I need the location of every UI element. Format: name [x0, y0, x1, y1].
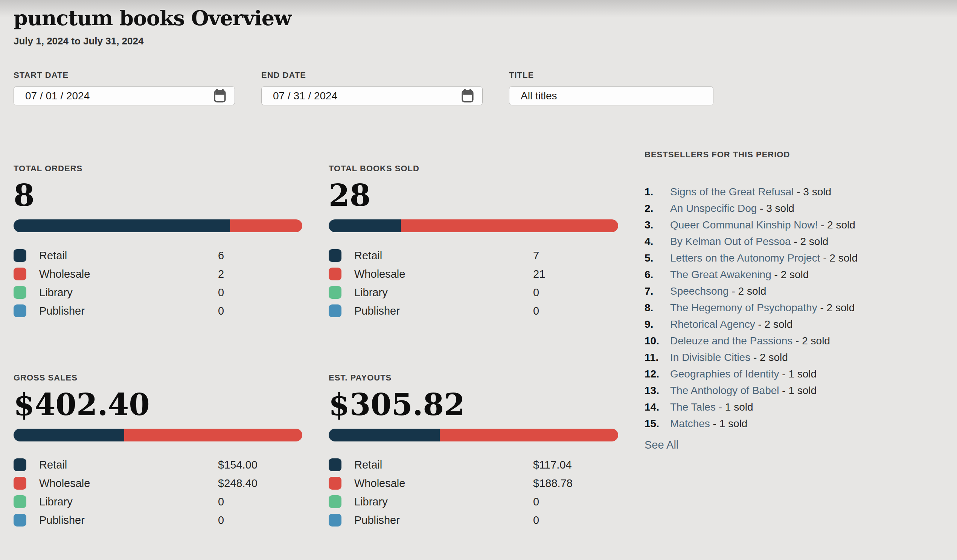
bestseller-text: The Great Awakening - 2 sold — [670, 267, 809, 283]
bestseller-title-link[interactable]: An Unspecific Dog — [670, 202, 757, 214]
start-date-label: START DATE — [14, 70, 235, 80]
legend-value: 0 — [218, 305, 224, 317]
stat-card-gross-sales: GROSS SALES$402.40Retail$154.00Wholesale… — [14, 359, 302, 532]
bestseller-rank: 14. — [644, 399, 670, 415]
bestseller-title-link[interactable]: Rhetorical Agency — [670, 319, 755, 330]
legend-row: Wholesale$248.40 — [14, 477, 302, 490]
bestseller-title-link[interactable]: By Kelman Out of Pessoa — [670, 236, 791, 247]
bestseller-text: Queer Communal Kinship Now! - 2 sold — [670, 217, 855, 233]
legend-label: Retail — [354, 249, 382, 262]
bestseller-rank: 9. — [644, 316, 670, 333]
stat-breakdown-bar — [328, 429, 618, 442]
legend-value: $248.40 — [218, 477, 257, 490]
stat-value: $402.40 — [14, 389, 302, 420]
legend-swatch-library — [14, 495, 26, 508]
legend-swatch-publisher — [14, 304, 26, 317]
legend-label: Wholesale — [39, 268, 90, 280]
see-all-link[interactable]: See All — [644, 439, 678, 451]
legend-row: Publisher0 — [14, 514, 302, 527]
bestseller-text: Matches - 1 sold — [670, 415, 747, 432]
bestseller-item: 10.Deleuze and the Passions - 2 sold — [644, 333, 944, 349]
bestseller-title-link[interactable]: Queer Communal Kinship Now! — [670, 219, 818, 231]
bar-segment-wholesale — [440, 429, 618, 442]
stat-value: 8 — [14, 180, 302, 211]
legend-label: Retail — [39, 459, 67, 471]
stat-value: 28 — [328, 180, 618, 211]
bestseller-sold-count: - 1 sold — [779, 385, 817, 396]
bestseller-title-link[interactable]: Letters on the Autonomy Project — [670, 252, 820, 264]
bestseller-title-link[interactable]: Deleuze and the Passions — [670, 335, 793, 347]
calendar-icon[interactable] — [461, 89, 474, 103]
legend-swatch-library — [328, 495, 341, 508]
bestseller-item: 6.The Great Awakening - 2 sold — [644, 267, 944, 283]
legend-label: Publisher — [39, 514, 85, 527]
legend-label: Publisher — [354, 514, 400, 527]
bestseller-title-link[interactable]: Matches — [670, 418, 710, 429]
legend-row: Library0 — [14, 495, 302, 508]
bestseller-rank: 6. — [644, 267, 670, 283]
stat-breakdown-bar — [328, 219, 618, 232]
bestseller-title-link[interactable]: The Tales — [670, 401, 716, 413]
legend-row: Retail6 — [14, 249, 302, 262]
legend-row: Retail$117.04 — [328, 458, 618, 471]
bestseller-text: An Unspecific Dog - 3 sold — [670, 200, 794, 217]
bar-segment-wholesale — [401, 219, 618, 232]
stat-legend: Retail6Wholesale2Library0Publisher0 — [14, 249, 302, 317]
bestseller-item: 14.The Tales - 1 sold — [644, 399, 944, 415]
legend-value: 0 — [218, 286, 224, 299]
legend-label: Wholesale — [354, 477, 405, 490]
start-date-input[interactable] — [25, 90, 213, 102]
bestseller-rank: 13. — [644, 382, 670, 399]
legend-value: 7 — [533, 249, 539, 262]
legend-value: 2 — [218, 268, 224, 280]
stat-card-total-orders: TOTAL ORDERS8Retail6Wholesale2Library0Pu… — [14, 150, 302, 323]
bestseller-sold-count: - 3 sold — [794, 186, 831, 197]
bestseller-text: The Hegemony of Psychopathy - 2 sold — [670, 300, 854, 316]
legend-value: 21 — [533, 268, 545, 280]
bestseller-rank: 2. — [644, 200, 670, 217]
legend-row: Wholesale$188.78 — [328, 477, 618, 490]
bestseller-sold-count: - 2 sold — [793, 335, 830, 347]
legend-label: Publisher — [354, 305, 400, 317]
legend-value: 0 — [533, 514, 539, 527]
bestseller-title-link[interactable]: The Hegemony of Psychopathy — [670, 302, 817, 314]
bestseller-sold-count: - 2 sold — [755, 319, 793, 330]
legend-swatch-wholesale — [14, 268, 26, 280]
bestseller-rank: 7. — [644, 283, 670, 300]
legend-value: $154.00 — [218, 459, 257, 471]
page-title: punctum books Overview — [14, 6, 944, 30]
bestseller-text: The Tales - 1 sold — [670, 399, 753, 415]
bestseller-title-link[interactable]: The Anthology of Babel — [670, 385, 779, 396]
legend-label: Library — [354, 495, 388, 508]
legend-value: $188.78 — [533, 477, 573, 490]
calendar-icon[interactable] — [213, 89, 226, 103]
bestseller-rank: 12. — [644, 366, 670, 382]
bestseller-item: 1.Signs of the Great Refusal - 3 sold — [644, 184, 944, 200]
stat-legend: Retail7Wholesale21Library0Publisher0 — [328, 249, 618, 317]
legend-row: Publisher0 — [14, 304, 302, 317]
date-range-subtitle: July 1, 2024 to July 31, 2024 — [14, 35, 944, 47]
legend-value: $117.04 — [533, 459, 572, 471]
bestseller-rank: 10. — [644, 333, 670, 349]
bestseller-title-link[interactable]: Geographies of Identity — [670, 368, 779, 380]
stat-value: $305.82 — [328, 389, 618, 420]
end-date-input[interactable] — [273, 90, 461, 102]
legend-swatch-publisher — [328, 304, 341, 317]
legend-swatch-wholesale — [328, 268, 341, 280]
stat-legend: Retail$117.04Wholesale$188.78Library0Pub… — [328, 458, 618, 527]
bestseller-title-link[interactable]: In Divisible Cities — [670, 352, 750, 363]
bestseller-item: 12.Geographies of Identity - 1 sold — [644, 366, 944, 382]
bestseller-title-link[interactable]: Signs of the Great Refusal — [670, 186, 794, 197]
legend-row: Wholesale21 — [328, 268, 618, 280]
end-date-label: END DATE — [261, 70, 483, 80]
legend-label: Wholesale — [39, 477, 90, 490]
bestseller-text: In Divisible Cities - 2 sold — [670, 349, 788, 366]
legend-swatch-publisher — [328, 514, 341, 527]
end-date-filter: END DATE — [261, 70, 483, 106]
legend-label: Retail — [39, 249, 67, 262]
title-filter-input[interactable] — [521, 90, 705, 102]
bestseller-item: 9.Rhetorical Agency - 2 sold — [644, 316, 944, 333]
legend-swatch-wholesale — [14, 477, 26, 490]
bestseller-title-link[interactable]: The Great Awakening — [670, 269, 771, 280]
bestseller-title-link[interactable]: Speechsong — [670, 285, 729, 297]
